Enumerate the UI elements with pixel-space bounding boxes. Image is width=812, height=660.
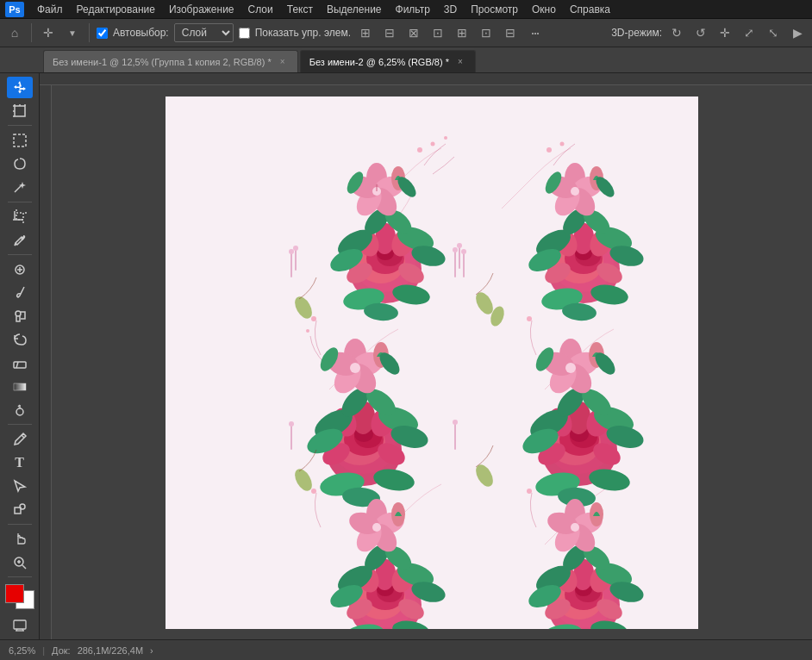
toolbar-sep-4 xyxy=(8,424,32,425)
menu-edit[interactable]: Редактирование xyxy=(71,2,161,17)
svg-point-45 xyxy=(311,489,316,494)
move-options-arrow[interactable]: ▼ xyxy=(63,23,82,42)
align-center-v-icon[interactable]: ⊞ xyxy=(453,23,472,42)
menu-window[interactable]: Окно xyxy=(526,2,562,17)
history-brush-tool[interactable] xyxy=(7,329,33,351)
crop-tool[interactable] xyxy=(7,206,33,227)
svg-point-22 xyxy=(20,504,25,509)
type-tool[interactable]: T xyxy=(7,451,33,473)
marquee-tool[interactable] xyxy=(7,129,33,151)
svg-point-37 xyxy=(417,147,422,153)
hand-tool[interactable] xyxy=(7,528,33,550)
align-center-h-icon[interactable]: ⊟ xyxy=(380,23,399,42)
svg-line-25 xyxy=(22,565,26,569)
menu-layers[interactable]: Слои xyxy=(242,2,279,17)
tab-1-label: Без имени-1 @ 12,5% (Группа 1 копия 2, R… xyxy=(53,57,272,67)
menu-select[interactable]: Выделение xyxy=(321,2,388,17)
pen-tool[interactable] xyxy=(7,428,33,450)
svg-point-41 xyxy=(560,141,565,146)
3d-pan-icon[interactable]: ✛ xyxy=(715,23,734,42)
align-right-icon[interactable]: ⊠ xyxy=(404,23,423,42)
healing-tool[interactable] xyxy=(7,258,33,280)
tab-1-close[interactable]: × xyxy=(277,56,289,68)
move-tool[interactable] xyxy=(7,77,33,98)
menu-filter[interactable]: Фильтр xyxy=(390,2,436,17)
toolbar-sep-6 xyxy=(8,576,32,577)
svg-rect-227 xyxy=(290,426,292,450)
color-swatches[interactable] xyxy=(5,584,34,609)
3d-scale-icon[interactable]: ⤡ xyxy=(764,23,783,42)
zoom-level: 6,25% xyxy=(9,645,35,656)
svg-point-17 xyxy=(16,408,23,415)
zoom-tool[interactable] xyxy=(7,551,33,573)
svg-point-131 xyxy=(350,363,360,373)
ruler-vertical xyxy=(40,85,52,639)
shape-tool[interactable] xyxy=(7,499,33,520)
svg-rect-222 xyxy=(459,247,460,269)
gradient-tool[interactable] xyxy=(7,376,33,397)
stamp-tool[interactable] xyxy=(7,305,33,327)
canvas-inner xyxy=(52,85,812,639)
align-top-icon[interactable]: ⊡ xyxy=(428,23,447,42)
svg-point-13 xyxy=(16,311,21,316)
svg-rect-34 xyxy=(40,85,52,639)
home-icon[interactable]: ⌂ xyxy=(5,23,24,42)
path-select-tool[interactable] xyxy=(7,476,33,497)
canvas-wrapper[interactable] xyxy=(166,97,698,629)
svg-rect-221 xyxy=(454,252,456,277)
svg-point-160 xyxy=(565,363,576,373)
menu-text[interactable]: Текст xyxy=(281,2,319,17)
align-left-icon[interactable]: ⊞ xyxy=(356,23,375,42)
document-canvas[interactable] xyxy=(166,97,698,629)
svg-rect-0 xyxy=(15,106,25,116)
svg-line-15 xyxy=(16,362,18,368)
doc-size: 286,1M/226,4M xyxy=(78,645,143,656)
autoselect-checkbox[interactable] xyxy=(97,28,108,39)
status-arrow[interactable]: › xyxy=(150,645,153,656)
options-sep-2 xyxy=(89,23,90,42)
3d-extra-icon[interactable]: ▶ xyxy=(788,23,807,42)
show-controls-checkbox[interactable] xyxy=(239,28,250,39)
align-bottom-icon[interactable]: ⊡ xyxy=(477,23,496,42)
artboard-tool[interactable] xyxy=(7,100,33,121)
magic-wand-tool[interactable] xyxy=(7,177,33,198)
main-area: T xyxy=(0,73,812,639)
tab-1[interactable]: Без имени-1 @ 12,5% (Группа 1 копия 2, R… xyxy=(43,50,298,72)
dodge-tool[interactable] xyxy=(7,399,33,420)
menu-3d[interactable]: 3D xyxy=(438,2,463,17)
tabs-bar: Без имени-1 @ 12,5% (Группа 1 копия 2, R… xyxy=(0,47,812,73)
lasso-tool[interactable] xyxy=(7,153,33,174)
svg-point-230 xyxy=(461,249,466,254)
svg-point-38 xyxy=(431,141,435,146)
toolbar-sep-1 xyxy=(8,125,32,126)
menu-view[interactable]: Просмотр xyxy=(465,2,524,17)
3d-rotate-icon[interactable]: ↻ xyxy=(667,23,686,42)
brush-tool[interactable] xyxy=(7,282,33,303)
more-options-icon[interactable]: ··· xyxy=(525,23,544,42)
svg-rect-224 xyxy=(290,253,292,277)
status-separator: | xyxy=(42,645,45,656)
menu-help[interactable]: Справка xyxy=(564,2,616,17)
eyedropper-tool[interactable] xyxy=(7,229,33,251)
move-tool-icon[interactable]: ✛ xyxy=(39,23,58,42)
3d-slide-icon[interactable]: ⤢ xyxy=(740,23,759,42)
svg-rect-14 xyxy=(14,362,26,368)
doc-label: Док: xyxy=(52,645,71,656)
canvas-area xyxy=(40,73,812,639)
3d-roll-icon[interactable]: ↺ xyxy=(691,23,710,42)
autoselect-dropdown[interactable]: Слой Группа xyxy=(174,23,234,42)
foreground-color[interactable] xyxy=(5,584,24,603)
options-sep-1 xyxy=(31,23,32,42)
tab-2-close[interactable]: × xyxy=(454,56,466,68)
svg-point-229 xyxy=(457,243,462,248)
svg-rect-7 xyxy=(14,134,26,146)
eraser-tool[interactable] xyxy=(7,352,33,374)
screen-mode-btn[interactable] xyxy=(7,614,33,636)
svg-point-233 xyxy=(453,420,458,425)
menu-image[interactable]: Изображение xyxy=(163,2,240,17)
svg-rect-223 xyxy=(463,253,465,277)
svg-rect-16 xyxy=(14,383,26,390)
distribute-icon[interactable]: ⊟ xyxy=(501,23,520,42)
menu-file[interactable]: Файл xyxy=(31,2,69,17)
tab-2[interactable]: Без имени-2 @ 6,25% (RGB/8) * × xyxy=(300,50,476,72)
